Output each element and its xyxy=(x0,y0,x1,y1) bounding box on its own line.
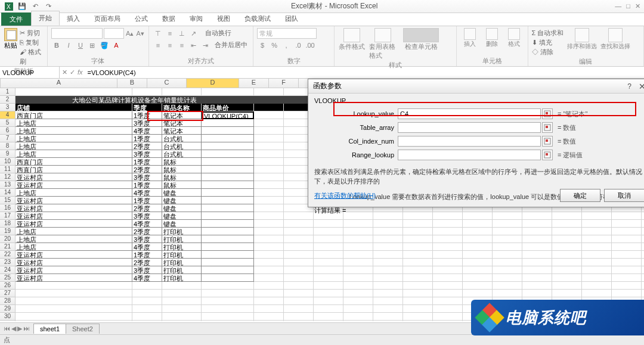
accept-formula-icon[interactable]: ✓ xyxy=(70,69,75,76)
cell[interactable] xyxy=(433,243,463,251)
cell[interactable] xyxy=(552,290,582,297)
cell[interactable] xyxy=(16,282,132,290)
cell[interactable] xyxy=(403,220,433,228)
dialog-help-link[interactable]: 有关该函数的帮助(H) xyxy=(314,191,556,200)
cell[interactable] xyxy=(254,189,284,197)
cell[interactable] xyxy=(314,251,343,259)
cell[interactable] xyxy=(403,282,433,290)
row-header[interactable]: 29 xyxy=(0,305,16,313)
cell[interactable] xyxy=(373,297,403,305)
shrink-font-icon[interactable]: A▾ xyxy=(135,28,145,39)
cell[interactable] xyxy=(202,259,254,266)
cell[interactable] xyxy=(522,235,552,243)
orient-icon[interactable]: ↗ xyxy=(188,28,199,39)
cell[interactable] xyxy=(343,313,373,321)
cell[interactable] xyxy=(403,259,433,266)
cell[interactable] xyxy=(162,305,202,313)
row-header[interactable]: 12 xyxy=(0,173,16,181)
row-header[interactable]: 20 xyxy=(0,235,16,243)
font-combo[interactable] xyxy=(51,28,103,39)
cell[interactable]: 3季度 xyxy=(132,235,162,243)
cell[interactable] xyxy=(463,282,493,290)
sort-button[interactable]: 排序和筛选 xyxy=(567,28,597,57)
cell[interactable]: 亚运村店 xyxy=(16,181,132,189)
cell[interactable] xyxy=(343,235,373,243)
cell[interactable] xyxy=(612,274,642,282)
cell[interactable] xyxy=(642,251,644,259)
row-header[interactable]: 25 xyxy=(0,274,16,282)
cell[interactable]: 西直门店 xyxy=(16,158,132,166)
cell[interactable]: 键盘 xyxy=(162,204,202,212)
tab-insert[interactable]: 插入 xyxy=(60,12,87,26)
cut-button[interactable]: ✂ 剪切 xyxy=(20,28,44,38)
paste-button[interactable]: 粘贴 xyxy=(4,28,18,66)
cell[interactable]: 2季度 xyxy=(132,259,162,266)
row-header[interactable]: 27 xyxy=(0,290,16,297)
param-input-3[interactable] xyxy=(398,150,541,160)
cell[interactable] xyxy=(552,266,582,274)
row-header[interactable]: 9 xyxy=(0,150,16,158)
cell[interactable] xyxy=(552,220,582,228)
sheet-last-icon[interactable]: ⏭ xyxy=(23,325,30,332)
tab-home[interactable]: 开始 xyxy=(31,11,60,26)
cell[interactable] xyxy=(314,220,343,228)
cell[interactable] xyxy=(254,104,284,111)
cell[interactable] xyxy=(314,313,343,321)
cell[interactable] xyxy=(463,274,493,282)
cell[interactable] xyxy=(493,282,522,290)
cell[interactable] xyxy=(314,259,343,266)
cell[interactable] xyxy=(202,243,254,251)
cell[interactable] xyxy=(132,290,162,297)
cell[interactable] xyxy=(403,313,433,321)
cell[interactable]: 鼠标 xyxy=(162,158,202,166)
brush-button[interactable]: 🖌 格式刷 xyxy=(20,47,44,66)
cell[interactable] xyxy=(433,251,463,259)
align-left-icon[interactable]: ≡ xyxy=(153,40,163,51)
grow-font-icon[interactable]: A▴ xyxy=(125,28,135,39)
cell[interactable]: 打印机 xyxy=(162,266,202,274)
cell[interactable]: 亚运村店 xyxy=(16,251,132,259)
cell[interactable] xyxy=(202,204,254,212)
col-header-E[interactable]: E xyxy=(239,79,269,88)
cell[interactable] xyxy=(403,251,433,259)
formula-input[interactable]: =VLOOKUP(C4) xyxy=(85,69,644,76)
cell[interactable]: 1季度 xyxy=(132,197,162,204)
cell[interactable] xyxy=(433,220,463,228)
cell[interactable] xyxy=(373,305,403,313)
cell[interactable] xyxy=(202,142,254,150)
cell[interactable]: 1季度 xyxy=(132,158,162,166)
cell[interactable] xyxy=(314,243,343,251)
cell[interactable] xyxy=(284,251,314,259)
cell[interactable] xyxy=(582,290,612,297)
header-cell[interactable]: 店铺 xyxy=(16,104,132,111)
cell[interactable] xyxy=(552,259,582,266)
cell[interactable] xyxy=(254,282,284,290)
cell[interactable]: 鼠标 xyxy=(162,166,202,173)
cell[interactable] xyxy=(202,212,254,220)
cell[interactable]: 上地店 xyxy=(16,235,132,243)
cell[interactable] xyxy=(493,290,522,297)
cell[interactable] xyxy=(463,266,493,274)
cell[interactable] xyxy=(16,297,132,305)
cell[interactable] xyxy=(522,274,552,282)
cell[interactable]: 4季度 xyxy=(132,189,162,197)
tab-layout[interactable]: 页面布局 xyxy=(87,12,128,26)
cell[interactable]: 1季度 xyxy=(132,135,162,142)
cell[interactable] xyxy=(254,150,284,158)
table-format-button[interactable]: 套用表格格式 xyxy=(369,28,397,60)
delete-button[interactable]: 删除 xyxy=(482,28,502,48)
cell[interactable] xyxy=(284,235,314,243)
name-box[interactable]: VLOOKUP xyxy=(0,67,60,78)
row-header[interactable]: 6 xyxy=(0,127,16,135)
cell[interactable] xyxy=(202,220,254,228)
align-center-icon[interactable]: ≡ xyxy=(165,40,175,51)
currency-icon[interactable]: $ xyxy=(257,40,268,51)
cell[interactable] xyxy=(202,235,254,243)
row-header[interactable]: 5 xyxy=(0,119,16,127)
align-bot-icon[interactable]: ⊥ xyxy=(177,28,187,39)
cell[interactable] xyxy=(433,305,463,313)
cell[interactable]: 键盘 xyxy=(162,197,202,204)
dec-dec-icon[interactable]: .00 xyxy=(305,40,315,51)
cell[interactable] xyxy=(254,305,284,313)
cell[interactable] xyxy=(552,274,582,282)
